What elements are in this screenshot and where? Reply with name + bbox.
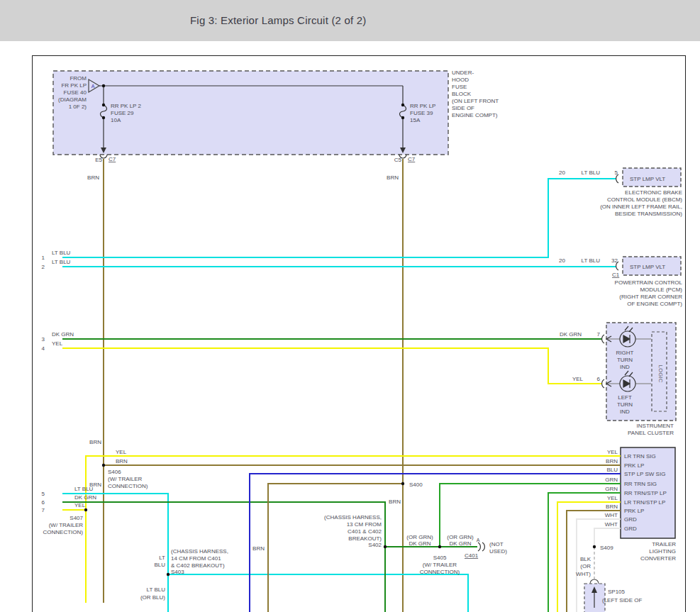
junction-dot — [102, 116, 105, 119]
underhood-fuse-block-label: UNDER- — [452, 69, 474, 76]
junction-dot — [384, 545, 387, 548]
wire-color-label: WHT — [605, 512, 618, 518]
fuse29-label: RR PK LP 2 — [111, 103, 142, 109]
s403-splice-label: 14 CM FROM C401 — [171, 555, 221, 562]
ltblu-s403-branch — [168, 574, 468, 612]
pcm-module-label: POWERTRAIN CONTROL — [615, 279, 683, 286]
wire-color-label: BLU — [154, 562, 165, 568]
pin-number-label: 5 — [42, 491, 45, 497]
junction-dot — [401, 104, 404, 106]
ltblu-stop-lamp-to-ebcm — [62, 179, 616, 257]
s407-splice-label: S407 — [70, 515, 83, 521]
wire-color-label: LT BLU — [74, 486, 94, 492]
pcm-module-label: MODULE (PCM) — [640, 286, 682, 293]
c5-pin-label: C5 — [394, 157, 402, 163]
yel-left-turn-ind — [62, 348, 602, 384]
converter-pin-name: LR TRN SIG — [624, 453, 656, 460]
underhood-fuse-block-label: HOOD — [452, 77, 469, 83]
c401-connector-link[interactable]: C401 — [465, 552, 479, 559]
blu-stp-lp-sw-sig — [250, 474, 621, 612]
wire-gauge-label: 20 — [559, 257, 565, 264]
left-turn-ind-label: IND — [620, 408, 630, 415]
c7-connector-link[interactable]: C7 — [109, 156, 116, 162]
c401-double-arc-icon — [478, 543, 484, 551]
underhood-fuse-block-label: SIDE OF — [452, 105, 474, 111]
wire-color-label: DK GRN — [74, 494, 96, 501]
c7-connector-link[interactable]: C7 — [408, 156, 416, 162]
wire-color-label: YEL — [74, 502, 86, 508]
s406-splice-label: (W/ TRAILER — [108, 476, 143, 482]
pin-number-label: 6 — [42, 499, 45, 506]
converter-pin-name: GRD — [624, 516, 637, 523]
fuse29-label: FUSE 29 — [111, 110, 134, 116]
converter-pin-name: RR TRN SIG — [624, 481, 657, 487]
pin-number-label: 5 — [615, 169, 618, 176]
wire-color-label: BRN — [387, 174, 399, 181]
fuse29-label: 10A — [111, 117, 121, 123]
junction-dot — [401, 482, 404, 485]
wire-color-label: BRN — [87, 174, 99, 181]
converter-module-label: LIGHTING — [649, 548, 676, 555]
wire-color-label: BRN — [252, 545, 265, 552]
triangle-a-label: A — [91, 84, 95, 89]
wire-color-label: DK GRN — [409, 540, 430, 547]
left-turn-ind-label: TURN — [617, 401, 633, 408]
fuse39-label: 15A — [410, 117, 421, 123]
s403-splice-label: S403 — [171, 569, 184, 575]
wire-color-label: LT BLU — [582, 169, 601, 176]
from-fr-pk-lp-label: FROM — [70, 75, 87, 82]
converter-module-label: TRAILER — [652, 541, 676, 547]
wire-color-label: WHT — [605, 521, 618, 528]
wire-color-label: YEL — [607, 495, 618, 501]
pin-number-label: 6 — [597, 376, 601, 382]
c1-connector-link[interactable]: C1 — [612, 272, 620, 278]
s406-splice-label: CONNECTION) — [108, 483, 148, 489]
wire-color-label: GRN — [605, 486, 618, 492]
wire-color-label: (OR GRN) — [447, 534, 474, 540]
s407-splice-label: (W/ TRAILER — [49, 522, 84, 528]
pin-number-label: 4 — [42, 345, 45, 352]
wire-color-label: YEL — [116, 449, 127, 455]
fuse39-label: FUSE 39 — [410, 110, 433, 116]
right-turn-ind-label: TURN — [617, 357, 633, 363]
s405-splice-label: CONNECTION) — [420, 569, 460, 575]
ebcm-module-label: CONTROL MODULE (EBCM) — [607, 196, 682, 203]
junction-dot — [593, 545, 596, 548]
wire-color-label: YEL — [607, 449, 618, 455]
underhood-fuse-block-label: ENGINE COMPT) — [452, 112, 498, 118]
from-fr-pk-lp-label: FR PK LP — [61, 82, 87, 89]
wiring-diagram: FROMFR PK LPFUSE 40(DIAGRAM1 0F 2)ARR PK… — [0, 0, 700, 612]
wire-color-label: LT BLU — [582, 257, 601, 264]
converter-pin-name: RR TRN/STP LP — [624, 490, 667, 496]
junction-dot — [167, 573, 170, 576]
right-turn-ind-label: IND — [620, 364, 630, 370]
s409-splice-label: S409 — [600, 545, 613, 551]
pin-number-label: 2 — [42, 264, 45, 270]
wire-color-label: LT BLU — [52, 250, 71, 256]
logic-label: LOGIC — [657, 365, 664, 383]
s402-splice-label: BREAKOUT) — [348, 535, 382, 542]
wire-color-label: GRN — [605, 477, 618, 483]
wire-color-label: (OR GRN) — [406, 534, 433, 540]
converter-module-label: CONVERTER — [640, 555, 676, 562]
from-fr-pk-lp-label: (DIAGRAM — [58, 96, 87, 103]
ipc-pin7-arc-icon — [602, 335, 604, 343]
wire-color-label: BRN — [89, 439, 101, 445]
s402-splice-label: (CHASSIS HARNESS, — [324, 514, 382, 521]
wire-color-label: DK GRN — [52, 331, 74, 338]
converter-pin-name: STP LP SW SIG — [624, 471, 665, 477]
c401-pin-letter-label: A — [477, 538, 480, 543]
underhood-fuse-block-label: BLOCK — [452, 91, 472, 97]
ipc-pin6-arc-icon — [602, 379, 604, 388]
junction-dot — [102, 464, 105, 467]
wire-color-label: DK GRN — [449, 540, 471, 547]
wire-color-label: YEL — [52, 340, 63, 347]
pin-number-label: 7 — [42, 507, 45, 513]
sp105-bump-icon — [590, 579, 599, 584]
junction-dot — [401, 116, 404, 119]
wire-color-label: BRN — [389, 499, 401, 505]
wire-gauge-label: 20 — [559, 169, 565, 176]
underhood-fuse-block-label: (ON LEFT FRONT — [452, 98, 499, 104]
wire-color-label: BRN — [606, 503, 618, 510]
pin-number-label: 7 — [597, 331, 601, 338]
